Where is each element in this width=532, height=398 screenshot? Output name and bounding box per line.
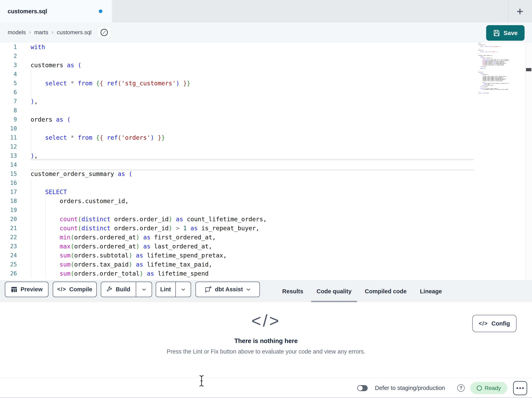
breadcrumb-separator: › — [51, 29, 53, 35]
line-number: 11 — [0, 133, 17, 142]
ellipsis-dot — [519, 387, 521, 389]
new-tab-button[interactable] — [515, 7, 525, 16]
compass-icon-button[interactable] — [97, 26, 112, 39]
panel-tabs: Results Code quality Compiled code Linea… — [277, 281, 447, 302]
line-number: 26 — [0, 269, 17, 278]
editor-scrollbar-thumb[interactable] — [526, 68, 531, 71]
lint-dropdown-button[interactable] — [175, 282, 191, 297]
breadcrumb-file[interactable]: customers.sql — [57, 29, 92, 36]
code-line[interactable]: 16 — [0, 178, 532, 187]
chevron-down-icon — [181, 287, 186, 292]
more-options-button[interactable] — [513, 381, 527, 395]
code-empty-icon: </> — [0, 311, 532, 331]
save-button[interactable]: Save — [486, 25, 525, 41]
dbt-assist-button[interactable]: dbt Assist — [196, 282, 260, 297]
tab-bar: customers.sql — [0, 0, 532, 23]
code-line[interactable]: 6 — [0, 88, 532, 97]
line-number: 18 — [0, 196, 17, 206]
preview-button[interactable]: Preview — [5, 282, 49, 297]
ready-circle-icon — [477, 385, 482, 391]
code-line[interactable]: 19 — [0, 206, 532, 215]
code-line[interactable]: 1with — [0, 42, 532, 52]
help-icon[interactable]: ? — [457, 384, 465, 392]
text-cursor-pointer — [198, 375, 205, 387]
editor-scrollbar[interactable] — [525, 42, 532, 280]
code-line[interactable]: 4 — [0, 70, 532, 79]
build-dropdown-button[interactable] — [136, 282, 152, 297]
code-editor[interactable]: 1with23customers as (45 select * from {{… — [0, 42, 532, 280]
code-line[interactable]: 17 SELECT — [0, 187, 532, 196]
code-line[interactable]: 9orders as ( — [0, 115, 532, 124]
code-line[interactable]: 10 — [0, 124, 532, 133]
ellipsis-dot — [517, 387, 518, 389]
line-number: 5 — [0, 79, 17, 88]
tabbar-divider — [508, 0, 508, 23]
breadcrumb-models[interactable]: models — [8, 29, 26, 36]
line-number: 1 — [0, 42, 17, 52]
code-line[interactable]: 12 — [0, 142, 532, 151]
lint-button-label: Lint — [160, 286, 171, 293]
status-badge: Ready — [470, 382, 507, 394]
code-line[interactable]: 13), — [0, 151, 532, 160]
code-line[interactable]: 14 — [0, 160, 532, 169]
tab-lineage-label: Lineage — [420, 288, 442, 295]
breadcrumb: models › marts › customers.sql — [8, 29, 92, 36]
code-line[interactable]: 23 max(orders.ordered_at) as last_ordere… — [0, 242, 532, 251]
unsaved-changes-icon — [99, 9, 102, 13]
tab-customers-sql[interactable]: customers.sql — [0, 0, 112, 23]
code-icon: </> — [479, 320, 488, 327]
line-number: 19 — [0, 206, 17, 215]
code-line[interactable]: 22 min(orders.ordered_at) as first_order… — [0, 233, 532, 242]
window-bottom-edge — [0, 397, 532, 398]
config-button[interactable]: </> Config — [472, 315, 517, 332]
plus-icon — [515, 7, 524, 16]
minimap[interactable]: withcustomers as ( select * from {{ ref(… — [478, 43, 509, 103]
line-number: 13 — [0, 151, 17, 160]
code-line[interactable]: 24 sum(orders.subtotal) as lifetime_spen… — [0, 251, 532, 260]
breadcrumb-marts[interactable]: marts — [34, 29, 48, 36]
code-line[interactable]: 21 count(distinct orders.order_id) > 1 a… — [0, 224, 532, 233]
code-line[interactable]: 3customers as ( — [0, 61, 532, 70]
code-line[interactable]: 18 orders.customer_id, — [0, 196, 532, 206]
wrench-icon — [106, 286, 113, 293]
line-number: 2 — [0, 52, 17, 61]
line-number: 6 — [0, 88, 17, 97]
code-line[interactable]: 15customer_orders_summary as ( — [0, 169, 532, 178]
code-line[interactable]: 2 — [0, 52, 532, 61]
code-line[interactable]: 26 sum(orders.order_total) as lifetime_s… — [0, 269, 532, 278]
compile-button-label: Compile — [69, 286, 92, 293]
compile-button[interactable]: </> Compile — [53, 282, 97, 297]
tab-results[interactable]: Results — [277, 281, 309, 302]
code-line[interactable]: 7), — [0, 97, 532, 106]
ellipsis-dot — [522, 387, 524, 389]
tab-title: customers.sql — [8, 8, 47, 15]
tab-compiled-code[interactable]: Compiled code — [359, 281, 412, 302]
code-line[interactable]: 5 select * from {{ ref('stg_customers') … — [0, 79, 532, 88]
breadcrumb-separator: › — [29, 29, 31, 35]
table-icon — [11, 286, 18, 293]
tab-code-quality[interactable]: Code quality — [311, 281, 357, 302]
line-number: 24 — [0, 251, 17, 260]
compass-icon — [100, 28, 108, 37]
code-line[interactable]: 20 count(distinct orders.order_id) as co… — [0, 215, 532, 224]
build-button-label: Build — [116, 286, 130, 293]
defer-label: Defer to staging/production — [375, 378, 445, 398]
lint-button[interactable]: Lint — [156, 282, 191, 297]
defer-toggle[interactable] — [357, 385, 368, 391]
code-line[interactable]: 8 — [0, 106, 532, 115]
code-line[interactable]: 25 sum(orders.tax_paid) as lifetime_tax_… — [0, 260, 532, 269]
toggle-knob — [358, 386, 363, 391]
status-bar: Defer to staging/production ? Ready — [0, 378, 532, 398]
tab-lineage[interactable]: Lineage — [415, 281, 448, 302]
build-button[interactable]: Build — [101, 282, 152, 297]
line-number: 4 — [0, 70, 17, 79]
line-number: 10 — [0, 124, 17, 133]
line-number: 22 — [0, 233, 17, 242]
save-button-label: Save — [503, 30, 518, 36]
chevron-down-icon — [246, 287, 251, 292]
line-number: 16 — [0, 178, 17, 187]
code-line[interactable]: 11 select * from {{ ref('orders') }} — [0, 133, 532, 142]
code-quality-panel: </> There is nothing here Press the Lint… — [0, 302, 532, 378]
line-number: 17 — [0, 187, 17, 196]
minimap-code: withcustomers as ( select * from {{ ref(… — [478, 43, 509, 94]
